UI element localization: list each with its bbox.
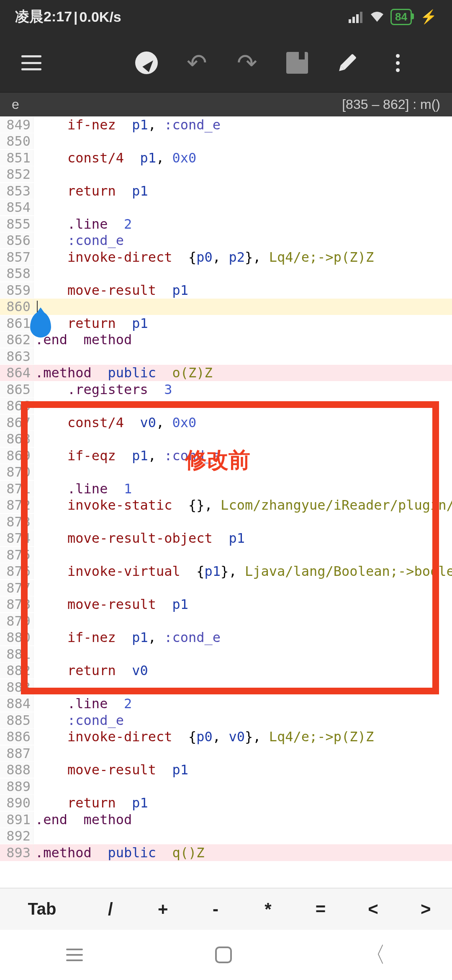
code-line[interactable]: 870 xyxy=(0,464,452,481)
code-content: return p1 xyxy=(33,315,452,331)
code-content: .line 2 xyxy=(33,696,452,712)
navigate-button[interactable] xyxy=(121,42,172,84)
back-icon: 〈 xyxy=(364,942,386,967)
kb-key-*[interactable]: * xyxy=(242,899,295,919)
code-line[interactable]: 854 xyxy=(0,199,452,216)
kb-key-=[interactable]: = xyxy=(294,899,347,919)
code-line[interactable]: 869 if-eqz p1, :cond_e xyxy=(0,447,452,464)
position-indicator: [835 – 862] : m() xyxy=(342,97,440,112)
recents-button[interactable] xyxy=(66,949,83,961)
compass-icon xyxy=(135,52,158,74)
line-number: 859 xyxy=(0,282,33,298)
code-content: if-nez p1, :cond_e xyxy=(33,629,452,645)
code-content: move-result-object p1 xyxy=(33,530,452,546)
line-number: 890 xyxy=(0,795,33,811)
code-line[interactable]: 891.end method xyxy=(0,811,452,828)
line-number: 884 xyxy=(0,696,33,712)
code-line[interactable]: 890 return p1 xyxy=(0,795,452,812)
line-number: 858 xyxy=(0,266,33,281)
svg-rect-3 xyxy=(360,12,362,23)
code-line[interactable]: 866 xyxy=(0,398,452,415)
status-net: 0.0K/s xyxy=(80,9,121,25)
code-content: return v0 xyxy=(33,663,452,678)
code-line[interactable]: 889 xyxy=(0,778,452,795)
code-line[interactable]: 857 invoke-direct {p0, p2}, Lq4/e;->p(Z)… xyxy=(0,249,452,266)
kb-key-+[interactable]: + xyxy=(137,899,190,919)
kb-key-<[interactable]: < xyxy=(347,899,400,919)
line-number: 877 xyxy=(0,580,33,596)
menu-button[interactable] xyxy=(13,42,50,84)
kb-key-/[interactable]: / xyxy=(84,899,137,919)
code-content: .end method xyxy=(33,812,452,828)
code-line[interactable]: 851 const/4 p1, 0x0 xyxy=(0,150,452,166)
kb-key--[interactable]: - xyxy=(189,899,242,919)
keyboard-strip: Tab/+-*=<> xyxy=(0,888,452,930)
code-line[interactable]: 863 xyxy=(0,348,452,365)
code-line[interactable]: 876 invoke-virtual {p1}, Ljava/lang/Bool… xyxy=(0,563,452,580)
line-number: 866 xyxy=(0,398,33,414)
code-line[interactable]: 850 xyxy=(0,133,452,150)
save-button[interactable] xyxy=(272,42,322,84)
code-line[interactable]: 893.method public q()Z xyxy=(0,844,452,861)
status-right: 84 ⚡ xyxy=(349,9,437,25)
code-line[interactable]: 875 xyxy=(0,547,452,563)
code-line[interactable]: 892 xyxy=(0,828,452,845)
code-line[interactable]: 874 move-result-object p1 xyxy=(0,530,452,547)
overflow-button[interactable] xyxy=(372,42,423,84)
code-line[interactable]: 884 .line 2 xyxy=(0,696,452,712)
code-line[interactable]: 882 return v0 xyxy=(0,663,452,679)
code-line[interactable]: 860 xyxy=(0,299,452,315)
code-line[interactable]: 872 invoke-static {}, Lcom/zhangyue/iRea… xyxy=(0,497,452,514)
home-icon xyxy=(215,946,232,963)
back-button[interactable]: 〈 xyxy=(364,940,386,970)
home-button[interactable] xyxy=(215,946,232,963)
code-line[interactable]: 868 xyxy=(0,431,452,448)
code-line[interactable]: 862.end method xyxy=(0,332,452,348)
code-line[interactable]: 852 xyxy=(0,166,452,183)
line-number: 887 xyxy=(0,745,33,761)
code-line[interactable]: 861 return p1 xyxy=(0,315,452,332)
code-line[interactable]: 881 xyxy=(0,646,452,663)
code-line[interactable]: 880 if-nez p1, :cond_e xyxy=(0,629,452,646)
code-line[interactable]: 856 :cond_e xyxy=(0,232,452,249)
line-number: 888 xyxy=(0,762,33,778)
code-line[interactable]: 855 .line 2 xyxy=(0,216,452,232)
code-line[interactable]: 853 return p1 xyxy=(0,183,452,199)
line-number: 892 xyxy=(0,828,33,844)
code-line[interactable]: 867 const/4 v0, 0x0 xyxy=(0,414,452,431)
code-line[interactable]: 871 .line 1 xyxy=(0,480,452,497)
code-line[interactable]: 885 :cond_e xyxy=(0,712,452,729)
line-number: 880 xyxy=(0,629,33,645)
line-number: 867 xyxy=(0,415,33,431)
redo-button[interactable]: ↷ xyxy=(222,42,272,84)
recents-icon xyxy=(66,949,83,961)
wifi-icon xyxy=(370,10,385,23)
code-line[interactable]: 849 if-nez p1, :cond_e xyxy=(0,116,452,133)
line-number: 886 xyxy=(0,729,33,745)
code-content: :cond_e xyxy=(33,232,452,248)
code-line[interactable]: 883 xyxy=(0,679,452,696)
code-line[interactable]: 873 xyxy=(0,513,452,530)
code-line[interactable]: 888 move-result p1 xyxy=(0,762,452,779)
code-line[interactable]: 887 xyxy=(0,745,452,762)
code-line[interactable]: 865 .registers 3 xyxy=(0,381,452,398)
line-number: 870 xyxy=(0,464,33,480)
code-editor[interactable]: 修改前 849 if-nez p1, :cond_e850851 const/4… xyxy=(0,116,452,888)
code-line[interactable]: 859 move-result p1 xyxy=(0,282,452,299)
line-number: 857 xyxy=(0,249,33,265)
code-content: return p1 xyxy=(33,795,452,811)
edit-button[interactable] xyxy=(322,42,372,84)
code-line[interactable]: 886 invoke-direct {p0, v0}, Lq4/e;->p(Z)… xyxy=(0,729,452,745)
code-line[interactable]: 878 move-result p1 xyxy=(0,596,452,613)
more-vert-icon xyxy=(396,54,400,72)
line-number: 861 xyxy=(0,315,33,331)
code-line[interactable]: 877 xyxy=(0,580,452,596)
code-line[interactable]: 858 xyxy=(0,266,452,282)
kb-key->[interactable]: > xyxy=(399,899,452,919)
code-line[interactable]: 879 xyxy=(0,613,452,629)
kb-key-tab[interactable]: Tab xyxy=(0,900,84,918)
code-content: if-nez p1, :cond_e xyxy=(33,117,452,133)
undo-button[interactable]: ↶ xyxy=(172,42,222,84)
code-content: .method public o(Z)Z xyxy=(33,365,452,381)
code-line[interactable]: 864.method public o(Z)Z xyxy=(0,365,452,382)
